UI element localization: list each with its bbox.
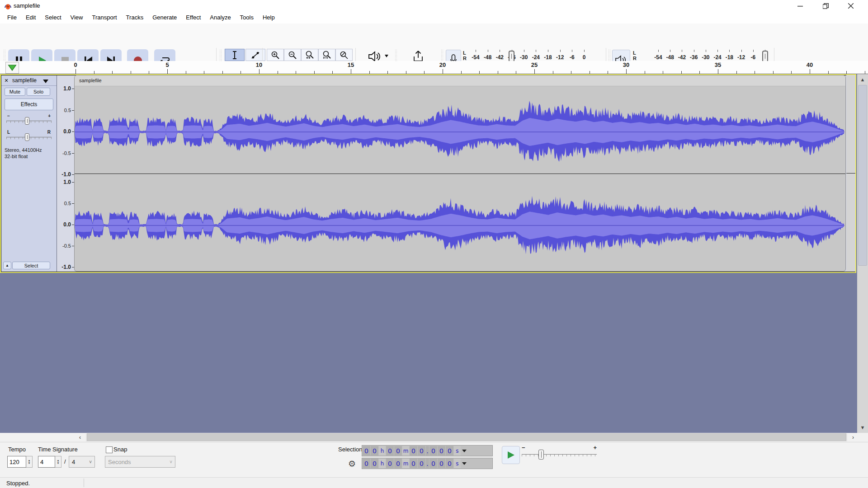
selection-time-char[interactable]: h xyxy=(379,446,386,455)
selection-time-char[interactable]: 0 xyxy=(438,459,445,468)
restore-button[interactable] xyxy=(815,0,836,12)
tempo-stepper[interactable]: ▲▼ xyxy=(7,456,33,468)
selection-time-char[interactable]: 0 xyxy=(371,446,378,455)
selection-time-char[interactable]: 0 xyxy=(418,446,425,455)
solo-button[interactable]: Solo xyxy=(27,88,50,96)
gain-min-label: − xyxy=(7,113,10,118)
selection-time-char[interactable]: 0 xyxy=(418,459,425,468)
vertical-scale-label: 0.5 xyxy=(64,108,71,113)
track-close-button[interactable]: ✕ xyxy=(3,77,10,84)
zoom-toggle-button[interactable] xyxy=(335,49,353,61)
time-signature-lower-select[interactable]: 4˅ xyxy=(69,456,95,468)
selection-format-dropdown-icon[interactable] xyxy=(462,462,467,465)
selection-time-char[interactable]: 0 xyxy=(429,446,437,455)
menu-item-edit[interactable]: Edit xyxy=(21,12,40,23)
selection-time-char[interactable]: s xyxy=(454,446,461,455)
ruler-tick xyxy=(571,71,571,74)
waveform-right-channel[interactable] xyxy=(75,174,845,272)
vertical-scroll-thumb[interactable] xyxy=(858,85,867,266)
vertical-scrollbar[interactable]: ▲ ▼ xyxy=(857,74,868,433)
selection-start-field[interactable]: 00h00m00.000s xyxy=(362,445,493,456)
selection-format-dropdown-icon[interactable] xyxy=(462,450,467,452)
menu-item-analyze[interactable]: Analyze xyxy=(205,12,235,23)
scroll-down-arrow[interactable]: ▼ xyxy=(857,423,868,432)
scroll-right-arrow[interactable]: › xyxy=(848,433,858,442)
menu-item-view[interactable]: View xyxy=(66,12,88,23)
scroll-left-arrow[interactable]: ‹ xyxy=(75,433,85,442)
gain-slider[interactable]: − + xyxy=(5,113,53,128)
zoom-selection-button[interactable] xyxy=(301,49,318,61)
timeline-ruler[interactable]: 0510152025303540 xyxy=(0,61,868,74)
track-menu-arrow-icon[interactable] xyxy=(43,80,48,83)
tempo-input[interactable] xyxy=(7,456,26,468)
selection-time-char[interactable]: 0 xyxy=(410,446,417,455)
selection-time-char[interactable]: m xyxy=(402,459,409,468)
menu-item-tracks[interactable]: Tracks xyxy=(122,12,148,23)
time-signature-spinner[interactable]: ▲▼ xyxy=(55,456,61,468)
menu-item-select[interactable]: Select xyxy=(40,12,66,23)
horizontal-scrollbar[interactable]: ‹ › xyxy=(0,433,868,442)
clip-header[interactable]: samplefile xyxy=(75,75,845,86)
speed-max-label: + xyxy=(593,444,597,451)
vertical-scale-ruler[interactable]: 1.00.50.0-0.5-1.01.00.50.0-0.5-1.0 xyxy=(57,75,74,272)
ruler-tick xyxy=(314,71,315,74)
ruler-tick xyxy=(278,71,278,74)
zoom-out-button[interactable] xyxy=(284,49,301,61)
waveform-left-channel[interactable] xyxy=(75,86,845,174)
ruler-number: 40 xyxy=(807,61,813,68)
selection-time-char[interactable]: 0 xyxy=(363,459,370,468)
gain-slider-thumb[interactable] xyxy=(25,117,29,125)
snap-mode-select[interactable]: Seconds˅ xyxy=(105,456,175,468)
track-name[interactable]: samplefile xyxy=(12,77,37,84)
selection-time-char[interactable]: 0 xyxy=(386,446,394,455)
menu-item-generate[interactable]: Generate xyxy=(148,12,181,23)
pan-slider-thumb[interactable] xyxy=(25,133,29,141)
meter-tick-label: -36 xyxy=(690,54,698,61)
minimize-button[interactable] xyxy=(790,0,811,12)
track-empty-right[interactable] xyxy=(846,75,855,272)
close-button[interactable] xyxy=(840,0,861,12)
selection-time-char[interactable]: m xyxy=(402,446,409,455)
speed-slider-thumb[interactable] xyxy=(538,450,544,460)
mute-button[interactable]: Mute xyxy=(5,88,25,96)
selection-time-char[interactable]: 0 xyxy=(410,459,417,468)
selection-time-char[interactable]: h xyxy=(379,459,386,468)
menu-item-file[interactable]: File xyxy=(3,12,21,23)
selection-settings-gear-icon[interactable]: ⚙ xyxy=(348,459,356,469)
pan-slider[interactable]: L R xyxy=(5,130,53,144)
selection-end-field[interactable]: 00h00m00.000s xyxy=(362,458,493,469)
selection-time-char[interactable]: 0 xyxy=(438,446,445,455)
snap-checkbox[interactable] xyxy=(106,446,113,453)
effects-button[interactable]: Effects xyxy=(5,99,53,110)
selection-time-char[interactable]: 0 xyxy=(386,459,394,468)
selection-time-char[interactable]: 0 xyxy=(446,459,453,468)
play-speed-slider[interactable]: − + xyxy=(522,444,597,462)
track-select-button[interactable]: Select xyxy=(12,262,50,269)
fit-project-button[interactable] xyxy=(318,49,335,61)
ruler-tick xyxy=(718,69,718,74)
play-at-speed-button[interactable] xyxy=(502,446,520,464)
zoom-in-button[interactable] xyxy=(267,49,284,61)
collapse-track-button[interactable]: ▲ xyxy=(3,262,11,269)
tempo-spinner[interactable]: ▲▼ xyxy=(26,456,33,468)
menu-item-effect[interactable]: Effect xyxy=(181,12,205,23)
menu-item-help[interactable]: Help xyxy=(258,12,279,23)
selection-time-char[interactable]: . xyxy=(426,459,429,468)
selection-time-char[interactable]: 0 xyxy=(394,446,402,455)
selection-time-char[interactable]: 0 xyxy=(371,459,378,468)
timeline-options-button[interactable] xyxy=(5,62,19,74)
horizontal-scroll-thumb[interactable] xyxy=(87,433,846,441)
selection-time-char[interactable]: . xyxy=(426,446,429,455)
time-signature-upper-stepper[interactable]: ▲▼ xyxy=(38,456,61,468)
selection-time-char[interactable]: 0 xyxy=(446,446,453,455)
menu-item-tools[interactable]: Tools xyxy=(236,12,258,23)
scroll-up-arrow[interactable]: ▲ xyxy=(857,75,868,84)
selection-time-char[interactable]: s xyxy=(454,459,461,468)
audio-clip[interactable]: samplefile xyxy=(74,75,846,272)
selection-time-char[interactable]: 0 xyxy=(363,446,370,455)
selection-time-char[interactable]: 0 xyxy=(394,459,402,468)
selection-time-char[interactable]: 0 xyxy=(429,459,437,468)
time-signature-upper-input[interactable] xyxy=(38,456,55,468)
selection-tool-button[interactable] xyxy=(225,49,245,61)
menu-item-transport[interactable]: Transport xyxy=(87,12,121,23)
